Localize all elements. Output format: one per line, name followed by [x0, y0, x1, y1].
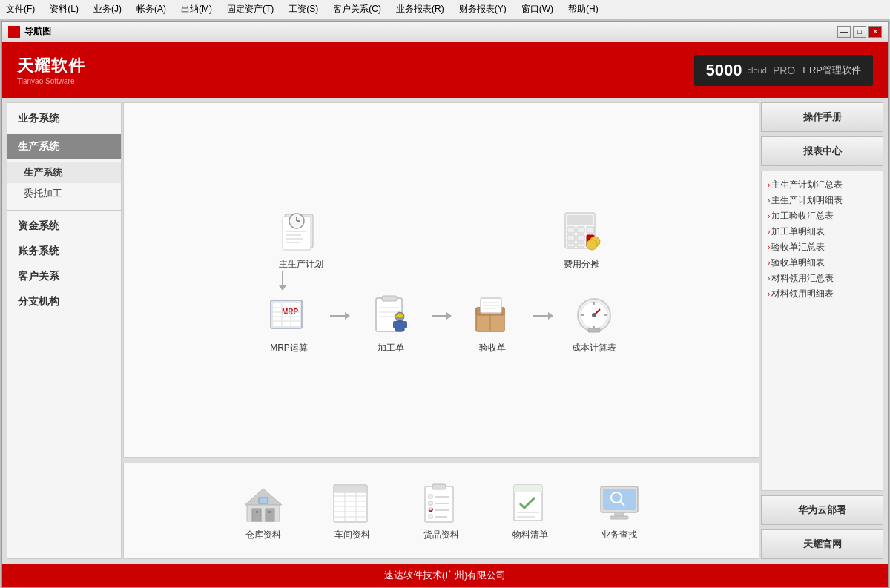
- process-label: 加工单: [378, 342, 404, 354]
- sidebar-item-capital[interactable]: 资金系统: [7, 214, 121, 239]
- arrow-icon-6: ›: [768, 259, 770, 267]
- flow-icon-cost-calc[interactable]: 成本计算表: [553, 291, 635, 354]
- menu-cashier[interactable]: 出纳(M): [178, 1, 215, 17]
- sidebar-sub-item-production-system[interactable]: 生产系统: [7, 162, 121, 183]
- flow-icon-acceptance[interactable]: 验收单: [452, 291, 533, 354]
- svg-rect-16: [567, 235, 575, 241]
- menu-accounts[interactable]: 帐务(A): [134, 1, 169, 17]
- svg-rect-75: [429, 495, 432, 498]
- maximize-button[interactable]: □: [853, 26, 866, 38]
- arrow-icon-1: ›: [768, 181, 770, 189]
- menu-data[interactable]: 资料(L): [47, 1, 82, 17]
- link-process-order-detail[interactable]: › 加工单明细表: [766, 224, 878, 240]
- manual-button[interactable]: 操作手册: [761, 102, 883, 132]
- svg-rect-61: [256, 511, 258, 513]
- resource-area: 仓库资料: [123, 463, 759, 559]
- sidebar-item-business[interactable]: 业务系统: [7, 106, 121, 131]
- svg-rect-14: [577, 227, 584, 233]
- warehouse-label: 仓库资料: [245, 529, 281, 541]
- link-material-use-summary[interactable]: › 材料领用汇总表: [766, 271, 878, 286]
- brand-subtitle: Tianyao Software: [17, 77, 85, 85]
- flow-icon-mrp[interactable]: MRP MRP运算: [248, 291, 330, 354]
- menubar: 文件(F) 资料(L) 业务(J) 帐务(A) 出纳(M) 固定资产(T) 工资…: [0, 0, 890, 19]
- costcalc-icon: [568, 291, 620, 339]
- svg-rect-74: [432, 484, 446, 489]
- official-website-button[interactable]: 天耀官网: [761, 529, 883, 559]
- brand-name: 天耀软件: [17, 55, 85, 77]
- link-label-8: 材料领用明细表: [771, 288, 834, 300]
- menu-help[interactable]: 帮助(H): [565, 1, 601, 17]
- resource-icon-search-biz[interactable]: 业务查找: [582, 481, 656, 541]
- link-process-acceptance-summary[interactable]: › 加工验收汇总表: [766, 208, 878, 224]
- sidebar-sub-item-outsource[interactable]: 委托加工: [7, 183, 121, 204]
- badge-cloud: .cloud: [745, 66, 767, 75]
- sidebar-item-crm[interactable]: 客户关系: [7, 264, 121, 289]
- flow-icon-cost-distribute[interactable]: 费用分摊: [541, 207, 622, 271]
- flow-icon-production-plan[interactable]: 主生产计划: [260, 207, 342, 271]
- flow-icon-process-order[interactable]: 加工单: [350, 291, 432, 354]
- menu-file[interactable]: 文件(F): [3, 1, 38, 17]
- svg-rect-91: [615, 512, 624, 516]
- sidebar-section-business: 业务系统: [7, 103, 121, 134]
- svg-point-55: [592, 313, 596, 317]
- svg-rect-62: [268, 511, 271, 513]
- cost-distribute-label: 费用分摊: [564, 258, 599, 271]
- bom-icon: [507, 481, 555, 526]
- close-button[interactable]: ✕: [868, 26, 882, 38]
- svg-rect-77: [429, 501, 432, 505]
- link-production-plan-detail[interactable]: › 主生产计划明细表: [766, 193, 878, 208]
- link-label-4: 加工单明细表: [771, 226, 825, 237]
- mrp-icon: MRP: [263, 291, 315, 339]
- svg-point-22: [587, 240, 597, 250]
- right-panel: 操作手册 报表中心 › 主生产计划汇总表 › 主生产计划明细表 › 加工验收汇总…: [761, 102, 883, 559]
- svg-rect-81: [429, 515, 432, 518]
- menu-fin-report[interactable]: 财务报表(Y): [456, 1, 510, 17]
- svg-rect-88: [603, 489, 636, 510]
- arrow-icon-7: ›: [768, 274, 770, 283]
- minimize-button[interactable]: —: [837, 26, 851, 38]
- resource-icon-warehouse[interactable]: 仓库资料: [226, 481, 300, 541]
- warehouse-icon: [240, 481, 288, 526]
- resource-icon-workshop[interactable]: 车间资料: [315, 481, 389, 541]
- menu-window[interactable]: 窗口(W): [518, 1, 556, 17]
- arrow-icon-3: ›: [768, 212, 770, 220]
- production-plan-label: 主生产计划: [279, 258, 323, 271]
- content-wrapper: 业务系统 生产系统 生产系统 委托加工 资金系统 账务系统 客户关系 分支机构: [2, 98, 888, 564]
- link-acceptance-detail[interactable]: › 验收单明细表: [766, 255, 878, 271]
- menu-salary[interactable]: 工资(S): [286, 1, 321, 17]
- svg-rect-13: [567, 227, 575, 233]
- report-center-button[interactable]: 报表中心: [761, 136, 883, 166]
- sidebar-item-production[interactable]: 生产系统: [7, 134, 121, 159]
- svg-rect-63: [259, 498, 268, 503]
- link-label-7: 材料领用汇总表: [771, 273, 834, 284]
- brand-logo: 天耀软件 Tianyao Software: [17, 55, 85, 85]
- menu-biz-report[interactable]: 业务报表(R): [393, 1, 447, 17]
- svg-rect-92: [610, 516, 628, 519]
- production-plan-icon: [275, 207, 327, 255]
- resource-icon-bom[interactable]: 物料清单: [493, 481, 567, 541]
- title-icon: [8, 26, 20, 38]
- badge-number: 5000: [706, 61, 742, 80]
- svg-rect-12: [567, 215, 593, 225]
- svg-rect-40: [403, 321, 407, 328]
- resource-icon-goods[interactable]: 货品资料: [404, 481, 478, 541]
- goods-label: 货品资料: [423, 529, 459, 541]
- main-area: 天耀软件 Tianyao Software 5000 .cloud PRO ER…: [2, 42, 888, 587]
- huawei-cloud-button[interactable]: 华为云部署: [761, 495, 883, 525]
- link-acceptance-summary[interactable]: › 验收单汇总表: [766, 240, 878, 255]
- arrow-icon-4: ›: [768, 228, 770, 236]
- link-material-use-detail[interactable]: › 材料领用明细表: [766, 286, 878, 302]
- arrow-icon-2: ›: [768, 196, 770, 205]
- menu-fixed-assets[interactable]: 固定资产(T): [224, 1, 277, 17]
- badge-pro: PRO: [773, 65, 795, 76]
- sidebar-item-accounting[interactable]: 账务系统: [7, 239, 121, 264]
- menu-business[interactable]: 业务(J): [90, 1, 125, 17]
- brand-badge: 5000 .cloud PRO ERP管理软件: [694, 55, 873, 86]
- link-production-plan-summary[interactable]: › 主生产计划汇总表: [766, 177, 878, 193]
- workshop-label: 车间资料: [334, 529, 370, 541]
- bom-label: 物料清单: [512, 529, 548, 541]
- sidebar-item-branch[interactable]: 分支机构: [7, 289, 121, 314]
- menu-crm[interactable]: 客户关系(C): [330, 1, 384, 17]
- window-titlebar: 导航图 — □ ✕: [2, 22, 888, 42]
- svg-rect-84: [514, 485, 542, 492]
